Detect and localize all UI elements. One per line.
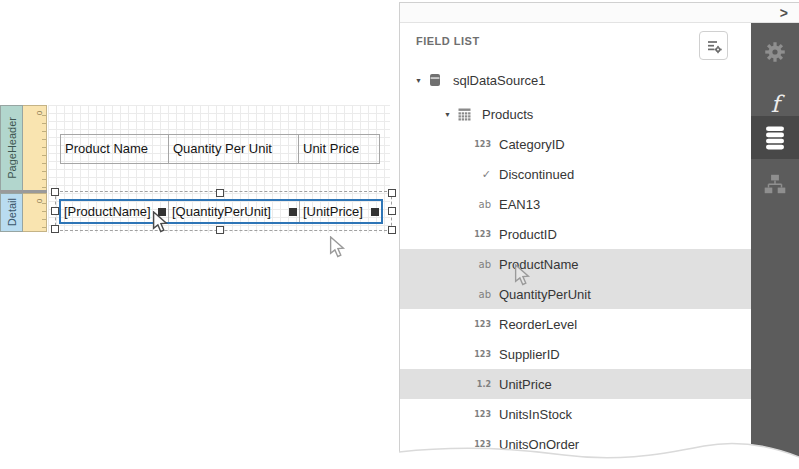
selection-handle[interactable]	[388, 189, 396, 197]
selection-handle[interactable]	[388, 226, 396, 234]
detail-cell-quantityperunit-text: [QuantityPerUnit]	[172, 204, 271, 219]
number-field-icon: 123	[474, 320, 491, 329]
decimal-field-icon: 1.2	[474, 380, 491, 389]
data-table-icon	[458, 108, 474, 121]
band-pageheader-label: PageHeader	[6, 117, 18, 179]
band-pageheader[interactable]: PageHeader	[0, 105, 23, 191]
band-detail-label: Detail	[6, 198, 18, 226]
smart-tag-button[interactable]	[289, 208, 297, 216]
boolean-field-icon: ✓	[474, 168, 491, 181]
field-label: CategoryID	[499, 137, 565, 152]
chevron-down-icon[interactable]: ▼	[415, 77, 429, 84]
field-list-options-button[interactable]	[699, 31, 728, 60]
field-label: Discontinued	[499, 167, 574, 182]
field-label: ReorderLevel	[499, 317, 577, 332]
function-icon: f	[771, 92, 780, 116]
field-item-discontinued[interactable]: ✓ Discontinued	[400, 159, 751, 189]
field-list-panel: > FIELD LIST	[399, 2, 799, 469]
field-item-categoryid[interactable]: 123 CategoryID	[400, 129, 751, 159]
field-item-productid[interactable]: 123 ProductID	[400, 219, 751, 249]
report-designer: PageHeader Detail 0 0 Product Name Quant…	[0, 0, 799, 469]
field-item-ean13[interactable]: ab EAN13	[400, 189, 751, 219]
field-item-quantityperunit[interactable]: ab QuantityPerUnit	[400, 279, 751, 309]
tree-item-products[interactable]: ▼ Products	[400, 99, 751, 129]
field-label: ProductName	[499, 257, 578, 272]
database-icon	[764, 125, 786, 151]
text-field-icon: ab	[474, 199, 491, 210]
torn-edge-decoration	[399, 429, 799, 469]
field-item-productname[interactable]: ab ProductName	[400, 249, 751, 279]
list-settings-icon	[705, 37, 723, 55]
field-label: ProductID	[499, 227, 557, 242]
vertical-ruler-pageheader: 0	[23, 105, 47, 191]
field-list-tree: ▼ sqlDataSource1 ▼	[400, 65, 751, 459]
field-label: EAN13	[499, 197, 540, 212]
field-label: UnitPrice	[499, 377, 552, 392]
mouse-cursor	[514, 264, 531, 286]
band-detail[interactable]: Detail	[0, 193, 23, 232]
number-field-icon: 123	[474, 140, 491, 149]
chevron-right-icon[interactable]: >	[780, 4, 788, 22]
panel-title: FIELD LIST	[416, 35, 480, 47]
header-cell-quantity-per-unit[interactable]: Quantity Per Unit	[169, 135, 299, 163]
detail-cell-unitprice-text: [UnitPrice]	[303, 204, 363, 219]
chevron-down-icon[interactable]: ▼	[444, 111, 458, 118]
selection-handle[interactable]	[216, 189, 224, 197]
selection-handle[interactable]	[388, 207, 396, 215]
table-header-row: Product Name Quantity Per Unit Unit Pric…	[60, 134, 380, 164]
database-icon	[429, 73, 445, 87]
field-label: QuantityPerUnit	[499, 287, 591, 302]
field-item-reorderlevel[interactable]: 123 ReorderLevel	[400, 309, 751, 339]
sidebar-item-field-list-selected[interactable]	[751, 116, 799, 159]
selection-handle[interactable]	[51, 225, 59, 233]
gear-icon	[762, 39, 788, 65]
selection-handle[interactable]	[216, 226, 224, 234]
selection-handle[interactable]	[51, 207, 59, 215]
number-field-icon: 123	[474, 350, 491, 359]
field-item-unitsinstock[interactable]: 123 UnitsInStock	[400, 399, 751, 429]
vertical-ruler-detail: 0	[23, 193, 47, 232]
header-cell-product-name[interactable]: Product Name	[61, 135, 169, 163]
field-label: UnitsInStock	[499, 407, 572, 422]
selection-handle[interactable]	[51, 188, 59, 196]
text-field-icon: ab	[474, 289, 491, 300]
hierarchy-icon	[762, 171, 788, 197]
field-label: SupplierID	[499, 347, 560, 362]
detail-cell-unitprice[interactable]: [UnitPrice]	[300, 201, 381, 222]
field-item-unitprice[interactable]: 1.2 UnitPrice	[400, 369, 751, 399]
datasource-label: sqlDataSource1	[453, 73, 546, 88]
sidebar-item-report-explorer[interactable]	[751, 165, 799, 203]
detail-cell-quantityperunit[interactable]: [QuantityPerUnit]	[169, 201, 300, 222]
table-label: Products	[482, 107, 533, 122]
text-field-icon: ab	[474, 259, 491, 270]
table-detail-row-selected: [ProductName] [QuantityPerUnit] [UnitPri…	[59, 199, 383, 224]
ruler-origin-label: 0	[36, 199, 44, 203]
header-cell-unit-price[interactable]: Unit Price	[299, 135, 379, 163]
sidebar-item-properties[interactable]	[751, 33, 799, 71]
designer-sidebar: f	[751, 23, 799, 469]
mouse-cursor-pressed	[152, 211, 169, 233]
number-field-icon: 123	[474, 410, 491, 419]
tree-item-sqldatasource1[interactable]: ▼ sqlDataSource1	[400, 65, 751, 95]
ruler-origin-label: 0	[36, 111, 44, 115]
panel-topbar: >	[400, 3, 799, 23]
mouse-cursor	[329, 236, 346, 258]
smart-tag-button[interactable]	[371, 208, 379, 216]
field-item-supplierid[interactable]: 123 SupplierID	[400, 339, 751, 369]
detail-cell-productname-text: [ProductName]	[64, 204, 151, 219]
band-separator[interactable]	[0, 190, 47, 193]
number-field-icon: 123	[474, 230, 491, 239]
